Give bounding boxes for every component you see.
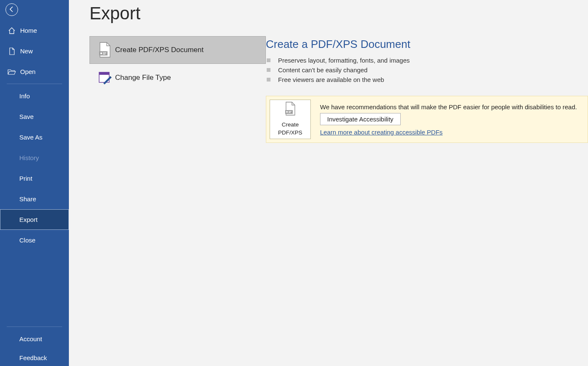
sidebar-item-share[interactable]: Share: [0, 189, 69, 209]
page-title: Export: [89, 3, 588, 24]
sidebar-item-save[interactable]: Save: [0, 106, 69, 127]
svg-rect-2: [103, 53, 106, 53]
sidebar-item-print[interactable]: Print: [0, 168, 69, 189]
sidebar-label-saveas: Save As: [19, 134, 42, 141]
create-pdf-xps-button[interactable]: Create PDF/XPS: [270, 100, 311, 139]
sidebar-spacer: [0, 250, 69, 325]
sidebar-label-open: Open: [20, 68, 36, 75]
details-heading: Create a PDF/XPS Document: [266, 38, 588, 51]
sidebar-label-feedback: Feedback: [19, 354, 47, 361]
sidebar-item-export[interactable]: Export: [0, 209, 69, 230]
sidebar-label-close: Close: [19, 237, 35, 244]
square-bullet-icon: [267, 58, 270, 62]
sidebar-label-new: New: [20, 47, 33, 55]
sidebar-label-info: Info: [19, 92, 30, 100]
square-bullet-icon: [267, 68, 270, 72]
sidebar-label-home: Home: [20, 27, 37, 34]
sidebar-item-close[interactable]: Close: [0, 230, 69, 250]
export-option-change-file-type[interactable]: Change File Type: [89, 64, 266, 92]
pdf-document-icon: [94, 42, 115, 58]
sidebar-label-save: Save: [19, 113, 34, 120]
bullet-item: Content can't be easily changed: [266, 66, 588, 74]
bullet-text: Free viewers are available on the web: [278, 76, 384, 83]
sidebar-separator-bottom: [7, 327, 62, 327]
create-pdf-xps-button-line1: Create: [282, 121, 299, 129]
export-options-column: Create PDF/XPS Document Change File Type: [89, 36, 266, 143]
sidebar-item-account[interactable]: Account: [0, 329, 69, 349]
bullet-text: Preserves layout, formatting, fonts, and…: [278, 57, 410, 64]
svg-rect-8: [289, 111, 291, 112]
learn-more-accessible-pdfs-link[interactable]: Learn more about creating accessible PDF…: [320, 129, 443, 136]
bullet-item: Preserves layout, formatting, fonts, and…: [266, 57, 588, 64]
sidebar-label-share: Share: [19, 195, 36, 203]
new-file-icon: [8, 47, 16, 55]
export-main-area: Export Create PDF/XPS Document: [69, 0, 588, 366]
sidebar-label-history: History: [19, 154, 39, 161]
backstage-sidebar: Home New Open Info Save Save As History …: [0, 0, 69, 366]
sidebar-item-feedback[interactable]: Feedback: [0, 349, 69, 366]
investigate-accessibility-button[interactable]: Investigate Accessibility: [320, 113, 401, 125]
accessibility-message: We have recommendations that will make t…: [320, 103, 577, 111]
accessibility-right-panel: We have recommendations that will make t…: [312, 103, 577, 136]
export-option-label: Change File Type: [115, 74, 171, 82]
svg-rect-7: [286, 111, 288, 113]
export-option-create-pdf-xps[interactable]: Create PDF/XPS Document: [89, 36, 266, 64]
change-file-type-icon: [94, 71, 115, 85]
sidebar-item-new[interactable]: New: [0, 41, 69, 61]
export-details-column: Create a PDF/XPS Document Preserves layo…: [266, 36, 588, 143]
bullet-text: Content can't be easily changed: [278, 66, 368, 74]
folder-open-icon: [8, 68, 16, 75]
svg-rect-3: [103, 54, 105, 55]
square-bullet-icon: [267, 78, 270, 82]
sidebar-item-home[interactable]: Home: [0, 20, 69, 41]
sidebar-item-open[interactable]: Open: [0, 61, 69, 82]
svg-rect-9: [289, 112, 291, 113]
create-pdf-xps-button-line2: PDF/XPS: [278, 129, 302, 137]
sidebar-separator: [7, 84, 62, 84]
svg-rect-1: [100, 53, 102, 54]
sidebar-label-export: Export: [19, 216, 37, 223]
sidebar-item-history: History: [0, 147, 69, 168]
export-content-row: Create PDF/XPS Document Change File Type…: [89, 36, 588, 143]
sidebar-label-print: Print: [19, 175, 32, 182]
back-button[interactable]: [5, 3, 18, 16]
home-icon: [8, 27, 16, 34]
pdf-export-icon: [284, 102, 297, 118]
bullet-item: Free viewers are available on the web: [266, 76, 588, 83]
sidebar-item-saveas[interactable]: Save As: [0, 127, 69, 147]
svg-rect-5: [99, 72, 109, 75]
export-option-label: Create PDF/XPS Document: [115, 46, 204, 54]
back-arrow-icon: [8, 6, 15, 14]
accessibility-recommendation-box: Create PDF/XPS We have recommendations t…: [266, 96, 588, 143]
sidebar-item-info[interactable]: Info: [0, 86, 69, 106]
sidebar-label-account: Account: [19, 335, 42, 342]
details-bullet-list: Preserves layout, formatting, fonts, and…: [266, 57, 588, 83]
